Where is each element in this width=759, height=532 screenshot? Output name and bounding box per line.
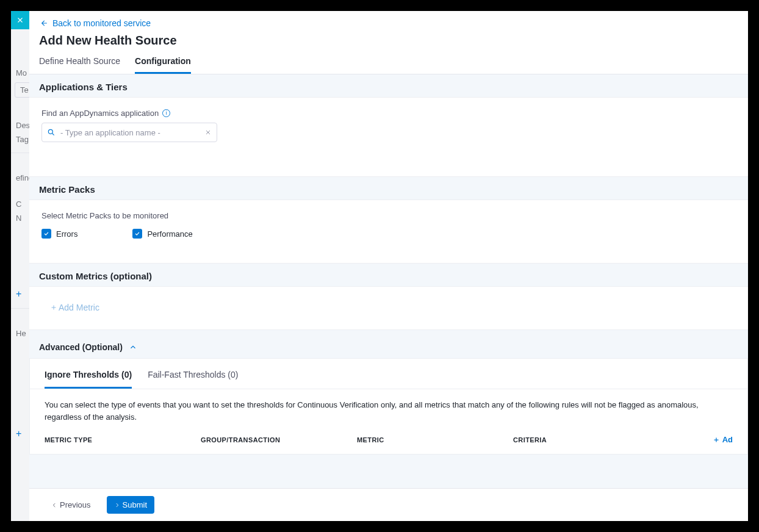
col-criteria: CRITERIA [513, 436, 713, 444]
app-search-field[interactable] [41, 123, 217, 142]
close-button[interactable] [11, 11, 29, 29]
checkbox-icon [41, 229, 51, 239]
add-metric-button[interactable]: Add Metric [50, 303, 99, 312]
back-link[interactable]: Back to monitored service [39, 18, 151, 28]
checkbox-performance[interactable]: Performance [132, 229, 192, 239]
threshold-table-header: METRIC TYPE GROUP/TRANSACTION METRIC CRI… [30, 433, 747, 454]
checkbox-label: Errors [56, 229, 77, 239]
advanced-toggle[interactable]: Advanced (Optional) [29, 330, 748, 358]
chevron-right-icon [114, 502, 120, 508]
apps-card: Find an AppDynamics application i [29, 97, 748, 177]
submit-label: Submit [123, 500, 147, 509]
info-icon[interactable]: i [162, 109, 170, 117]
panel-header: Back to monitored service Add New Health… [29, 11, 748, 74]
chevron-up-icon [129, 343, 137, 351]
advanced-card: Ignore Thresholds (0) Fail-Fast Threshol… [29, 358, 748, 455]
clear-icon[interactable] [204, 129, 212, 136]
add-threshold-button[interactable]: Ad [713, 435, 733, 444]
search-icon [47, 128, 56, 137]
chevron-left-icon [51, 502, 57, 508]
plus-icon [50, 304, 57, 311]
custom-metrics-card: Add Metric [29, 286, 748, 330]
add-metric-label: Add Metric [59, 303, 99, 312]
col-metric-type: METRIC TYPE [45, 436, 201, 444]
tab-define-health-source[interactable]: Define Health Source [39, 56, 120, 74]
add-threshold-label: Ad [722, 435, 733, 444]
tab-ignore-thresholds[interactable]: Ignore Thresholds (0) [45, 370, 132, 389]
panel-footer: Previous Submit [29, 488, 748, 521]
app-search-label-text: Find an AppDynamics application [41, 109, 159, 118]
section-title-custom-metrics: Custom Metrics (optional) [29, 264, 748, 286]
tabs: Define Health Source Configuration [39, 56, 738, 74]
advanced-title: Advanced (Optional) [39, 342, 123, 352]
advanced-description: You can select the type of events that y… [30, 389, 747, 433]
checkbox-errors[interactable]: Errors [41, 229, 77, 239]
modal-panel: Back to monitored service Add New Health… [29, 11, 748, 521]
page-title: Add New Health Source [39, 34, 738, 48]
svg-point-0 [48, 129, 52, 134]
bg-text: Te [15, 82, 31, 98]
tab-fail-fast-thresholds[interactable]: Fail-Fast Thresholds (0) [148, 370, 238, 389]
checkbox-icon [132, 229, 142, 239]
previous-button[interactable]: Previous [44, 496, 98, 514]
checkbox-label: Performance [147, 229, 192, 239]
metric-packs-card: Select Metric Packs to be monitored Erro… [29, 200, 748, 264]
close-icon [16, 16, 24, 24]
app-search-input[interactable] [60, 128, 200, 137]
arrow-left-icon [39, 19, 48, 27]
previous-label: Previous [60, 500, 91, 509]
metric-packs-desc: Select Metric Packs to be monitored [41, 211, 736, 220]
col-metric: METRIC [357, 436, 513, 444]
back-link-text: Back to monitored service [52, 18, 151, 28]
plus-icon [713, 436, 720, 444]
col-group-transaction: GROUP/TRANSACTION [201, 436, 357, 444]
tab-configuration[interactable]: Configuration [135, 56, 191, 74]
section-title-apps: Applications & Tiers [29, 74, 748, 97]
submit-button[interactable]: Submit [107, 496, 154, 514]
threshold-tabs: Ignore Thresholds (0) Fail-Fast Threshol… [30, 359, 747, 389]
app-search-label: Find an AppDynamics application i [41, 109, 736, 118]
section-title-metric-packs: Metric Packs [29, 177, 748, 200]
panel-body: Applications & Tiers Find an AppDynamics… [29, 74, 748, 488]
